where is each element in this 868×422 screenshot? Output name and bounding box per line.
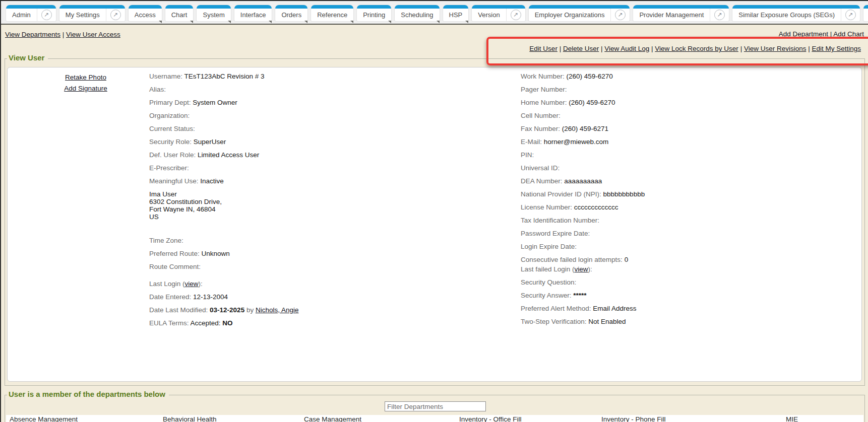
tab-system[interactable]: System [197, 5, 230, 21]
dropdown-corner-icon [437, 21, 440, 23]
two-step-verification-value: Not Enabled [588, 318, 626, 325]
add-links-row: Add Department | Add Chart [779, 30, 864, 38]
alias-label: Alias: [149, 86, 166, 93]
view-user-revisions-link[interactable]: View User Revisions [744, 45, 807, 52]
last-failed-login-label: ): [588, 265, 592, 273]
add-department-link[interactable]: Add Department [779, 30, 828, 38]
tab-version[interactable]: Version↗ [472, 5, 525, 21]
preferred-route-value: Unknown [202, 250, 230, 257]
tab-printing[interactable]: Printing [357, 5, 391, 21]
tab-provider-management[interactable]: Provider Management↗ [633, 5, 729, 21]
security-role-label: Security Role: [149, 138, 194, 146]
email-value: horner@mieweb.com [544, 138, 609, 146]
tab-access[interactable]: Access [129, 5, 162, 21]
dropdown-corner-icon [269, 21, 272, 23]
tab-accent-bar [311, 5, 353, 9]
field-meaningful-use: Meaningful Use: Inactive [149, 177, 482, 185]
link-separator: | [738, 45, 744, 52]
view-departments-link[interactable]: View Departments [5, 31, 60, 38]
npi-label: National Provider ID (NPI): [521, 190, 603, 198]
dropdown-corner-icon [388, 21, 391, 23]
filter-departments-input[interactable] [385, 401, 486, 411]
security-answer-bold: ***** [573, 292, 586, 299]
field-cell-number: Cell Number: [521, 112, 853, 120]
field-time-zone: Time Zone: [149, 237, 482, 245]
field-password-expire-date: Password Expire Date: [521, 230, 853, 238]
tab-admin[interactable]: Admin↗ [6, 5, 56, 21]
tab-my-settings[interactable]: My Settings↗ [59, 5, 125, 21]
tab-chart[interactable]: Chart [165, 5, 194, 21]
link-separator: | [599, 45, 604, 52]
tab-accent-bar [165, 5, 194, 9]
tab-orders[interactable]: Orders [275, 5, 307, 21]
department-inventory-phone-fill[interactable]: Inventory - Phone Fill [601, 415, 666, 422]
security-role-value: SuperUser [194, 138, 226, 146]
address-line: Ima User [149, 190, 482, 198]
view-user-section: View User Retake PhotoAdd Signature User… [5, 58, 865, 386]
open-in-new-icon-glyph: ↗ [714, 10, 725, 20]
view-user-access-link[interactable]: View User Access [66, 31, 120, 38]
tab-hsp[interactable]: HSP [443, 5, 469, 21]
edit-my-settings-link[interactable]: Edit My Settings [812, 45, 861, 52]
preferred-route-label: Preferred Route: [149, 250, 202, 257]
field-def-user-role: Def. User Role: Limited Access User [149, 151, 482, 159]
two-step-verification-label: Two-Step Verification: [521, 318, 588, 325]
field-dea-number: DEA Number: aaaaaaaaaa [521, 177, 853, 185]
field-fax-number: Fax Number: (260) 459-6271 [521, 125, 853, 133]
user-fields-right-column: Work Number: (260) 459-6270Pager Number:… [521, 73, 853, 331]
date-last-modified-label: Date Last Modified: [149, 306, 210, 314]
department-inventory-office-fill[interactable]: Inventory - Office Fill [459, 415, 522, 422]
tab-accent-bar [732, 5, 860, 9]
dropdown-corner-icon [304, 21, 307, 23]
time-zone-label: Time Zone: [149, 237, 183, 244]
department-absence-management[interactable]: Absence Management [10, 415, 78, 422]
password-expire-date-label: Password Expire Date: [521, 230, 590, 237]
department-mie[interactable]: MIE [786, 415, 798, 422]
department-behavioral-health[interactable]: Behavioral Health [163, 415, 217, 422]
link-separator: | [60, 31, 66, 38]
field-email: E-Mail: horner@mieweb.com [521, 138, 853, 146]
field-current-status: Current Status: [149, 125, 482, 133]
address-line: Fort Wayne IN, 46804 [149, 205, 482, 213]
field-alias: Alias: [149, 86, 482, 94]
field-primary-dept: Primary Dept: System Owner [149, 99, 482, 107]
route-comment-label: Route Comment: [149, 263, 201, 270]
last-failed-login-label: Last failed Login ( [521, 265, 575, 273]
tab-accent-bar [6, 5, 56, 9]
delete-user-link[interactable]: Delete User [563, 45, 599, 52]
view-lock-records-by-user-link[interactable]: View Lock Records by User [655, 45, 738, 52]
add-chart-link[interactable]: Add Chart [833, 30, 864, 38]
retake-photo-link[interactable]: Retake Photo [38, 74, 134, 82]
cell-number-label: Cell Number: [521, 112, 561, 119]
field-address: Ima User6302 Constitution Drive,Fort Way… [149, 190, 482, 221]
field-date-entered: Date Entered: 12-13-2004 [149, 293, 482, 301]
page-title: View User [7, 53, 48, 62]
dropdown-corner-icon [190, 21, 193, 23]
tab-similar-exposure-groups-segs[interactable]: Similar Exposure Groups (SEGs)↗ [732, 5, 860, 21]
last-failed-login-view-link[interactable]: view [575, 265, 588, 273]
tab-work-locations[interactable]: Work Locations↗ [863, 5, 868, 21]
tab-employer-organizations[interactable]: Employer Organizations↗ [529, 5, 630, 21]
dea-number-label: DEA Number: [521, 177, 564, 185]
add-signature-link[interactable]: Add Signature [38, 85, 134, 93]
field-universal-id: Universal ID: [521, 164, 853, 172]
tab-reference[interactable]: Reference [311, 5, 353, 21]
date-last-modified-view-link[interactable]: Nichols, Angie [256, 306, 299, 314]
tab-interface[interactable]: Interface [234, 5, 272, 21]
department-case-management[interactable]: Case Management [304, 415, 361, 422]
last-login-view-link[interactable]: view [185, 280, 199, 288]
open-in-new-icon-glyph: ↗ [845, 10, 856, 20]
field-last-login: Last Login (view): [149, 280, 482, 288]
dropdown-corner-icon [465, 21, 468, 23]
pager-number-label: Pager Number: [521, 86, 567, 93]
tab-scheduling[interactable]: Scheduling [395, 5, 439, 21]
tab-accent-bar [234, 5, 272, 9]
tab-accent-bar [59, 5, 125, 9]
home-number-label: Home Number: [521, 99, 569, 106]
username-value: TEsT123AbC Revision # 3 [184, 73, 265, 80]
edit-user-link[interactable]: Edit User [529, 45, 557, 52]
field-username: Username: TEsT123AbC Revision # 3 [149, 73, 482, 81]
view-audit-log-link[interactable]: View Audit Log [604, 45, 649, 52]
fax-number-label: Fax Number: [521, 125, 562, 132]
field-preferred-alert-method: Preferred Alert Method: Email Address [521, 305, 853, 313]
